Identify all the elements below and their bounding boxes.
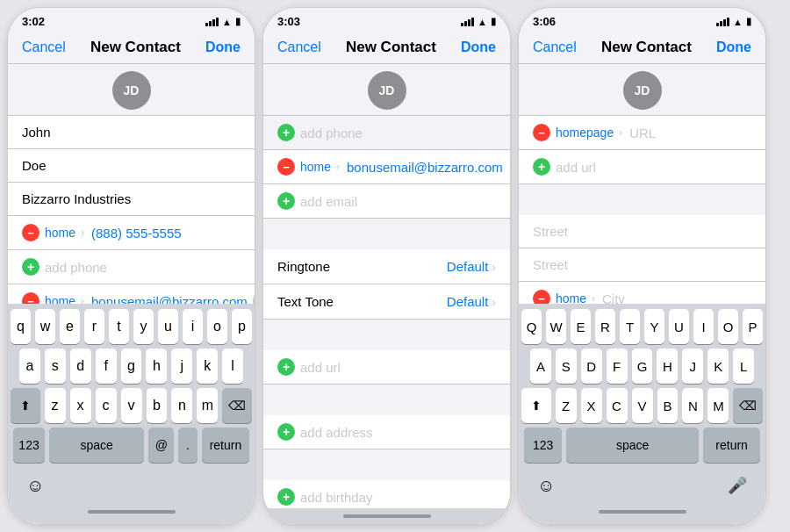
key-F[interactable]: F — [607, 349, 628, 384]
key-n[interactable]: n — [171, 388, 192, 423]
avatar-3[interactable]: JD — [623, 71, 662, 110]
key-t[interactable]: t — [109, 309, 129, 344]
key-a[interactable]: a — [19, 349, 40, 384]
email-value-2[interactable]: bonusemail@bizzarro.com — [347, 160, 503, 175]
key-A[interactable]: A — [530, 349, 551, 384]
company-field[interactable]: Bizzarro Industries — [8, 183, 255, 216]
ringtone-row[interactable]: Ringtone Default › — [263, 249, 510, 284]
first-name-field[interactable]: John — [8, 116, 255, 149]
add-phone-row-2[interactable]: + add phone — [263, 116, 510, 150]
key-y[interactable]: y — [133, 309, 154, 344]
key-c[interactable]: c — [96, 388, 117, 423]
add-phone-btn-2[interactable]: + — [277, 124, 295, 141]
add-address-btn[interactable]: + — [277, 423, 295, 441]
key-z[interactable]: z — [45, 388, 66, 423]
dot-key-1[interactable]: . — [178, 428, 198, 463]
key-C[interactable]: C — [607, 388, 628, 423]
backspace-key-3[interactable]: ⌫ — [733, 388, 763, 423]
key-L[interactable]: L — [733, 349, 754, 384]
minus-homepage-btn[interactable]: − — [533, 124, 550, 141]
emoji-btn-3[interactable]: ☺ — [528, 471, 564, 501]
key-U[interactable]: U — [669, 309, 689, 344]
key-u[interactable]: u — [158, 309, 178, 344]
key-T[interactable]: T — [620, 309, 640, 344]
key-w[interactable]: w — [35, 309, 55, 344]
num-key-3[interactable]: 123 — [524, 428, 562, 463]
address-street-1[interactable]: Street — [519, 215, 765, 248]
add-phone-btn[interactable]: + — [22, 258, 40, 276]
return-key-3[interactable]: return — [703, 428, 760, 463]
key-i[interactable]: i — [183, 309, 203, 344]
key-Q[interactable]: Q — [521, 309, 542, 344]
key-b[interactable]: b — [147, 388, 168, 423]
email-label-2[interactable]: home — [300, 160, 331, 174]
email-label[interactable]: home — [45, 294, 75, 304]
mic-btn-3[interactable]: 🎤 — [719, 471, 756, 501]
cancel-button-1[interactable]: Cancel — [22, 40, 66, 55]
last-name-field[interactable]: Doe — [8, 149, 255, 183]
key-f[interactable]: f — [96, 349, 117, 384]
minus-phone-btn[interactable]: − — [22, 224, 40, 241]
add-email-row-2[interactable]: + add email — [263, 184, 510, 219]
key-X[interactable]: X — [581, 388, 602, 423]
key-g[interactable]: g — [121, 349, 142, 384]
url-placeholder[interactable]: URL — [629, 126, 656, 140]
texttone-row[interactable]: Text Tone Default › — [263, 284, 510, 320]
add-email-btn-2[interactable]: + — [277, 192, 295, 210]
avatar-2[interactable]: JD — [368, 71, 406, 110]
key-B[interactable]: B — [657, 388, 679, 423]
key-e[interactable]: e — [60, 309, 80, 344]
shift-key-3[interactable]: ⬆ — [521, 388, 551, 423]
add-url-btn-3[interactable]: + — [533, 158, 550, 176]
key-R[interactable]: R — [595, 309, 615, 344]
backspace-key-1[interactable]: ⌫ — [222, 388, 252, 423]
key-I[interactable]: I — [693, 309, 714, 344]
add-birthday-btn[interactable]: + — [277, 488, 295, 506]
key-S[interactable]: S — [556, 349, 577, 384]
phone-value[interactable]: (888) 555-5555 — [91, 226, 182, 241]
email-value[interactable]: bonusemail@bizzarro.com — [91, 294, 248, 305]
key-s[interactable]: s — [45, 349, 66, 384]
add-url-btn[interactable]: + — [277, 358, 295, 376]
done-button-1[interactable]: Done — [205, 40, 241, 55]
cancel-button-2[interactable]: Cancel — [277, 40, 321, 55]
add-birthday-row[interactable]: + add birthday — [263, 480, 510, 508]
space-key-1[interactable]: space — [49, 428, 144, 463]
num-key-1[interactable]: 123 — [13, 428, 45, 463]
shift-key-1[interactable]: ⬆ — [11, 388, 40, 423]
key-G[interactable]: G — [632, 349, 653, 384]
key-E[interactable]: E — [571, 309, 591, 344]
key-j[interactable]: j — [171, 349, 192, 384]
key-m[interactable]: m — [197, 388, 218, 423]
key-M[interactable]: M — [707, 388, 729, 423]
minus-email-btn-2[interactable]: − — [277, 158, 295, 176]
homepage-label[interactable]: homepage — [556, 126, 614, 140]
key-p[interactable]: p — [232, 309, 252, 344]
city-placeholder[interactable]: City — [602, 291, 625, 305]
key-D[interactable]: D — [581, 349, 602, 384]
minus-address-btn[interactable]: − — [533, 290, 550, 304]
add-url-row[interactable]: + add url — [263, 350, 510, 385]
key-W[interactable]: W — [546, 309, 566, 344]
key-l[interactable]: l — [222, 349, 243, 384]
cancel-button-3[interactable]: Cancel — [533, 40, 577, 55]
key-Z[interactable]: Z — [556, 388, 577, 423]
key-q[interactable]: q — [11, 309, 31, 344]
emoji-btn-1[interactable]: ☺ — [18, 471, 53, 501]
phone-label[interactable]: home — [45, 226, 75, 240]
key-J[interactable]: J — [682, 349, 703, 384]
add-address-row[interactable]: + add address — [263, 415, 510, 449]
avatar-1[interactable]: JD — [112, 71, 151, 110]
key-V[interactable]: V — [632, 388, 653, 423]
key-r[interactable]: r — [84, 309, 104, 344]
at-key-1[interactable]: @ — [148, 428, 174, 463]
minus-email-btn[interactable]: − — [22, 292, 40, 304]
address-home-label[interactable]: home — [556, 291, 586, 304]
key-N[interactable]: N — [682, 388, 703, 423]
return-key-1[interactable]: return — [202, 428, 249, 463]
add-phone-row[interactable]: + add phone — [8, 250, 255, 284]
key-d[interactable]: d — [70, 349, 91, 384]
key-P[interactable]: P — [743, 309, 763, 344]
space-key-3[interactable]: space — [566, 428, 699, 463]
key-o[interactable]: o — [207, 309, 227, 344]
